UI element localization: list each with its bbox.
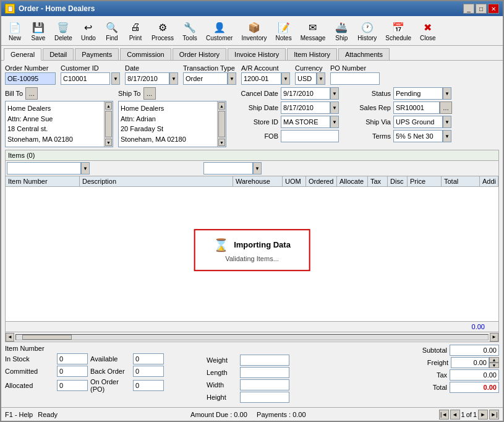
payments: Payments : 0.00 xyxy=(257,411,306,418)
warehouse-dropdown[interactable]: ▼ xyxy=(253,162,262,174)
tab-detail[interactable]: Detail xyxy=(43,48,74,60)
tab-order-history[interactable]: Order History xyxy=(173,48,226,60)
item-number-row: Item Number xyxy=(5,345,203,352)
terms-dropdown[interactable]: ▼ xyxy=(443,130,451,142)
right-col1: Cancel Date ▼ Ship Date ▼ xyxy=(236,87,339,142)
importing-title: Importing Data xyxy=(234,240,291,249)
tab-item-history[interactable]: Item History xyxy=(287,48,337,60)
schedule-icon: 📅 xyxy=(391,20,406,35)
weight-input[interactable] xyxy=(240,355,289,366)
ar-account-dropdown[interactable]: ▼ xyxy=(281,72,290,85)
find-button[interactable]: 🔍 Find xyxy=(101,18,123,43)
fob-input[interactable] xyxy=(281,130,339,142)
close-button[interactable]: ✖ Close xyxy=(416,18,440,43)
process-button[interactable]: ⚙ Process xyxy=(148,18,177,43)
new-button[interactable]: 📄 New xyxy=(4,18,26,43)
on-order-input[interactable] xyxy=(133,380,164,391)
currency-input[interactable] xyxy=(295,72,317,85)
prev-page-button[interactable]: ◄ xyxy=(450,410,460,420)
bill-to-ellipsis[interactable]: … xyxy=(25,87,38,100)
ship-date-dropdown[interactable]: ▼ xyxy=(330,101,339,114)
item-number-dropdown[interactable]: ▼ xyxy=(81,162,90,174)
warehouse-field[interactable] xyxy=(203,162,253,174)
status-input[interactable] xyxy=(393,87,443,100)
store-id-input[interactable] xyxy=(281,116,330,128)
width-input[interactable] xyxy=(240,379,289,390)
ship-to-ellipsis[interactable]: … xyxy=(143,87,156,100)
bill-to-label: Bill To xyxy=(5,90,23,97)
new-icon: 📄 xyxy=(7,20,22,35)
hscroll-track[interactable] xyxy=(15,334,489,340)
tab-payments[interactable]: Payments xyxy=(75,48,119,60)
freight-up[interactable]: ▲ xyxy=(489,357,499,363)
ship-via-dropdown[interactable]: ▼ xyxy=(443,116,451,128)
tax-label: Tax xyxy=(413,371,447,379)
ship-to-scroll-up[interactable]: ▲ xyxy=(218,102,225,110)
cancel-date-input[interactable] xyxy=(281,87,330,100)
sales-rep-ellipsis[interactable]: … xyxy=(440,101,452,114)
item-number-field[interactable] xyxy=(7,162,81,174)
minimize-button[interactable]: _ xyxy=(463,4,474,14)
back-order-input[interactable] xyxy=(133,366,164,377)
transaction-type-dropdown[interactable]: ▼ xyxy=(228,72,236,85)
store-id-dropdown[interactable]: ▼ xyxy=(330,116,339,128)
allocated-input[interactable] xyxy=(57,380,88,391)
last-page-button[interactable]: ►| xyxy=(489,410,499,420)
message-button[interactable]: ✉ Message xyxy=(297,18,330,43)
available-input[interactable] xyxy=(133,353,164,364)
print-button[interactable]: 🖨 Print xyxy=(124,18,147,43)
ship-to-scrollbar[interactable]: ▲ ▼ xyxy=(217,101,226,147)
currency-dropdown[interactable]: ▼ xyxy=(317,72,325,85)
tab-invoice-history[interactable]: Invoice History xyxy=(228,48,286,60)
ship-via-input[interactable] xyxy=(393,116,443,128)
freight-value: 0.00 xyxy=(451,357,489,368)
terms-input[interactable] xyxy=(393,130,443,142)
ship-date-input[interactable] xyxy=(281,101,330,114)
ship-button[interactable]: 🚢 Ship xyxy=(330,18,352,43)
delete-button[interactable]: 🗑️ Delete xyxy=(51,18,76,43)
customer-button[interactable]: 👤 Customer xyxy=(202,18,236,43)
bill-to-box: Home Dealers Attn: Anne Sue 18 Central s… xyxy=(5,101,113,147)
bill-to-scrollbar[interactable]: ▲ ▼ xyxy=(104,101,113,147)
hscroll-right[interactable]: ► xyxy=(490,333,498,342)
first-page-button[interactable]: |◄ xyxy=(439,410,449,420)
hscroll-left[interactable]: ◄ xyxy=(6,333,14,342)
bill-to-scroll-up[interactable]: ▲ xyxy=(105,102,112,110)
ship-to-scroll-down[interactable]: ▼ xyxy=(218,139,225,146)
freight-input-group: 0.00 ▲ ▼ xyxy=(451,357,499,368)
order-number-input[interactable] xyxy=(5,72,56,85)
tools-button[interactable]: 🔧 Tools xyxy=(179,18,201,43)
close-window-button[interactable]: ✕ xyxy=(488,4,499,14)
date-input[interactable] xyxy=(125,72,169,85)
tab-commission[interactable]: Commission xyxy=(120,48,171,60)
undo-button[interactable]: ↩ Undo xyxy=(77,18,100,43)
committed-input[interactable] xyxy=(57,366,88,377)
items-hscrollbar[interactable]: ◄ ► xyxy=(6,332,498,342)
status-dropdown[interactable]: ▼ xyxy=(443,87,451,100)
history-button[interactable]: 🕐 History xyxy=(354,18,380,43)
next-page-button[interactable]: ► xyxy=(478,410,488,420)
save-button[interactable]: 💾 Save xyxy=(27,18,49,43)
freight-down[interactable]: ▼ xyxy=(489,363,499,368)
schedule-button[interactable]: 📅 Schedule xyxy=(382,18,415,43)
sales-rep-input[interactable] xyxy=(393,101,440,114)
length-input[interactable] xyxy=(240,367,289,378)
height-input[interactable] xyxy=(240,392,289,403)
inventory-button[interactable]: 📦 Inventory xyxy=(237,18,270,43)
bill-to-scroll-down[interactable]: ▼ xyxy=(105,139,112,146)
col-tax: Tax xyxy=(368,176,388,186)
transaction-type-input[interactable] xyxy=(183,72,228,85)
tab-attachments[interactable]: Attachments xyxy=(338,48,390,60)
ar-account-input[interactable] xyxy=(241,72,281,85)
freight-spinner[interactable]: ▲ ▼ xyxy=(489,357,499,368)
cancel-date-dropdown[interactable]: ▼ xyxy=(330,87,339,100)
customer-id-dropdown[interactable]: ▼ xyxy=(111,72,120,85)
notes-button[interactable]: 📝 Notes xyxy=(272,18,296,43)
tab-general[interactable]: General xyxy=(4,48,41,61)
address-section: Bill To … Home Dealers Attn: Anne Sue 18… xyxy=(5,87,499,147)
po-number-input[interactable] xyxy=(330,72,380,85)
date-dropdown[interactable]: ▼ xyxy=(169,72,178,85)
in-stock-input[interactable] xyxy=(57,353,88,364)
customer-id-input[interactable] xyxy=(61,72,110,85)
maximize-button[interactable]: □ xyxy=(476,4,487,14)
